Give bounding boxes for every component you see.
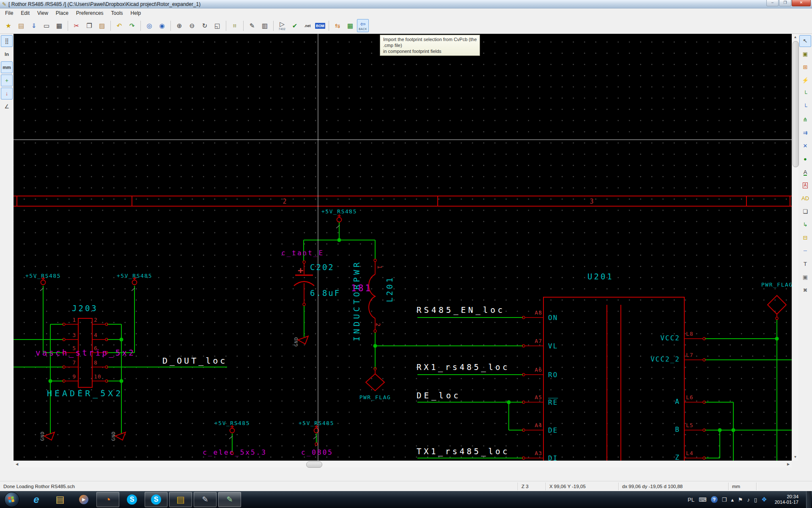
- page-settings-button[interactable]: ▭: [41, 19, 52, 32]
- power-label[interactable]: +5V_RS485: [321, 208, 357, 215]
- l201-value[interactable]: INDUCTORPWR: [352, 260, 361, 341]
- hierarchy-navigator-button[interactable]: ⌗: [229, 19, 241, 32]
- c202-reference[interactable]: C202: [310, 262, 335, 272]
- annotate-button[interactable]: ▷7402: [276, 19, 288, 32]
- net-label[interactable]: DE_loc: [417, 391, 461, 400]
- run-pcbnew-button[interactable]: ▦: [344, 19, 356, 32]
- place-label-button[interactable]: A: [799, 166, 811, 178]
- horizontal-scrollbar[interactable]: ◀ ▶: [14, 461, 792, 467]
- hidden-pins-button[interactable]: ↓: [1, 88, 13, 99]
- taskbar-skype-2[interactable]: S: [145, 492, 167, 507]
- import-sheet-pin-button[interactable]: ↳: [799, 219, 811, 231]
- taskbar-kicad[interactable]: ▤: [169, 492, 192, 507]
- close-button[interactable]: ✕: [792, 0, 811, 6]
- no-connect-button[interactable]: ✕: [799, 140, 811, 152]
- tray-keyboard-icon[interactable]: ⌨: [699, 497, 707, 503]
- wire-orientation-button[interactable]: ∠: [1, 101, 13, 113]
- cursor-shape-button[interactable]: ＋: [1, 75, 13, 86]
- bom-button[interactable]: BOM: [314, 19, 326, 32]
- capacitor-footprint-field[interactable]: c_elec_5x5.3: [203, 448, 267, 456]
- tray-help-icon[interactable]: ?: [711, 496, 718, 503]
- net-label[interactable]: RX1_rs485_loc: [417, 362, 510, 372]
- minimize-button[interactable]: –: [766, 0, 779, 6]
- c202-value[interactable]: 6.8uF: [310, 288, 340, 298]
- zoom-fit-button[interactable]: ◱: [211, 19, 223, 32]
- tray-dropbox-icon[interactable]: ❖: [761, 496, 767, 503]
- zoom-in-button[interactable]: ⊕: [173, 19, 185, 32]
- menu-place[interactable]: Place: [52, 9, 72, 17]
- bus-to-bus-entry-button[interactable]: ⇉: [799, 127, 811, 139]
- show-desktop-button[interactable]: [806, 491, 811, 508]
- menu-view[interactable]: View: [33, 9, 52, 17]
- place-text-button[interactable]: T: [799, 258, 811, 270]
- units-inch-button[interactable]: In: [1, 48, 13, 60]
- library-editor-button[interactable]: ✎: [246, 19, 258, 32]
- place-sheet-pin-button[interactable]: ⊟: [799, 232, 811, 244]
- power-label[interactable]: +5V_RS485: [25, 273, 61, 279]
- grid-toggle-button[interactable]: ⣿: [1, 35, 13, 47]
- l201-reference[interactable]: L201: [385, 276, 394, 302]
- vertical-scrollbar[interactable]: ▲ ▼: [792, 34, 798, 461]
- cut-button[interactable]: ✂: [71, 19, 82, 32]
- netlist-button[interactable]: .net: [302, 19, 313, 32]
- taskbar-skype-1[interactable]: S: [121, 492, 143, 507]
- scroll-down-icon[interactable]: ▼: [792, 454, 798, 461]
- start-button[interactable]: [4, 492, 19, 507]
- tray-network-icon[interactable]: ▯: [754, 497, 757, 503]
- horizontal-scroll-thumb[interactable]: [306, 461, 322, 468]
- menu-file[interactable]: File: [1, 9, 17, 17]
- paste-button[interactable]: ▨: [96, 19, 108, 32]
- find-button[interactable]: ◎: [143, 19, 155, 32]
- library-browser-button[interactable]: ▥: [259, 19, 271, 32]
- zoom-out-button[interactable]: ⊖: [186, 19, 198, 32]
- assign-footprints-button[interactable]: ⇆: [332, 19, 343, 32]
- place-wire-button[interactable]: └: [799, 88, 811, 99]
- place-line-button[interactable]: ┄: [799, 245, 811, 257]
- place-image-button[interactable]: ▣: [799, 271, 811, 283]
- power-label[interactable]: +5V_RS485: [117, 273, 152, 279]
- u201-reference[interactable]: U201: [587, 272, 614, 281]
- find-replace-button[interactable]: ◉: [156, 19, 168, 32]
- save-button[interactable]: ⇓: [28, 19, 40, 32]
- redraw-button[interactable]: ↻: [199, 19, 211, 32]
- place-sheet-button[interactable]: ❏: [799, 206, 811, 218]
- l201-footprint-field[interactable]: 181: [351, 283, 372, 293]
- net-label[interactable]: TX1_rs485_loc: [417, 447, 510, 456]
- tray-window-icon[interactable]: ❒: [722, 497, 727, 503]
- pwr-flag-label[interactable]: PWR_FLAG: [761, 282, 792, 288]
- tray-language[interactable]: PL: [688, 497, 694, 503]
- j203-reference[interactable]: J203: [72, 304, 98, 313]
- taskbar-explorer[interactable]: ▤: [49, 492, 71, 507]
- vertical-scroll-thumb[interactable]: [793, 41, 799, 167]
- scroll-up-icon[interactable]: ▲: [792, 34, 798, 41]
- c202-footprint-field[interactable]: c_tant_E: [281, 249, 324, 257]
- place-junction-button[interactable]: ●: [799, 153, 811, 165]
- print-button[interactable]: ▦: [53, 19, 65, 32]
- tray-actioncenter-icon[interactable]: ⚑: [738, 497, 743, 503]
- delete-button[interactable]: ✖: [799, 284, 811, 296]
- scroll-right-icon[interactable]: ▶: [785, 461, 792, 467]
- redo-button[interactable]: ↷: [126, 19, 138, 32]
- net-label[interactable]: D_OUT_loc: [162, 356, 227, 366]
- taskbar-ie[interactable]: e: [25, 492, 47, 507]
- menu-preferences[interactable]: Preferences: [72, 9, 107, 17]
- erc-button[interactable]: ✔: [289, 19, 301, 32]
- power-label[interactable]: +5V_RS485: [299, 420, 334, 426]
- place-bus-button[interactable]: └: [799, 101, 811, 113]
- schematic-canvas[interactable]: 2 3 +5V_RS485 +5V_RS485 +5V_RS485 +5V_RS…: [14, 34, 792, 461]
- new-schematic-button[interactable]: ★: [3, 19, 14, 32]
- place-global-label-button[interactable]: A: [799, 179, 811, 191]
- j203-footprint-field[interactable]: vasch_strip_5x2: [36, 348, 135, 357]
- menu-help[interactable]: Help: [127, 9, 145, 17]
- place-hierarchical-label-button[interactable]: AD: [799, 193, 811, 204]
- wire-to-bus-entry-button[interactable]: ⋔: [799, 114, 811, 126]
- units-mm-button[interactable]: mm: [1, 61, 13, 73]
- tray-clock[interactable]: 20:34 2014-01-17: [775, 494, 798, 505]
- backannotate-button[interactable]: ⇦BACK: [357, 19, 369, 32]
- maximize-button[interactable]: ❐: [779, 0, 791, 6]
- copy-button[interactable]: ❐: [83, 19, 95, 32]
- taskbar-eeschema[interactable]: ✎: [218, 492, 241, 507]
- menu-tools[interactable]: Tools: [107, 9, 127, 17]
- scroll-left-icon[interactable]: ◀: [14, 461, 20, 467]
- j203-value[interactable]: HEADER_5X2: [47, 388, 123, 398]
